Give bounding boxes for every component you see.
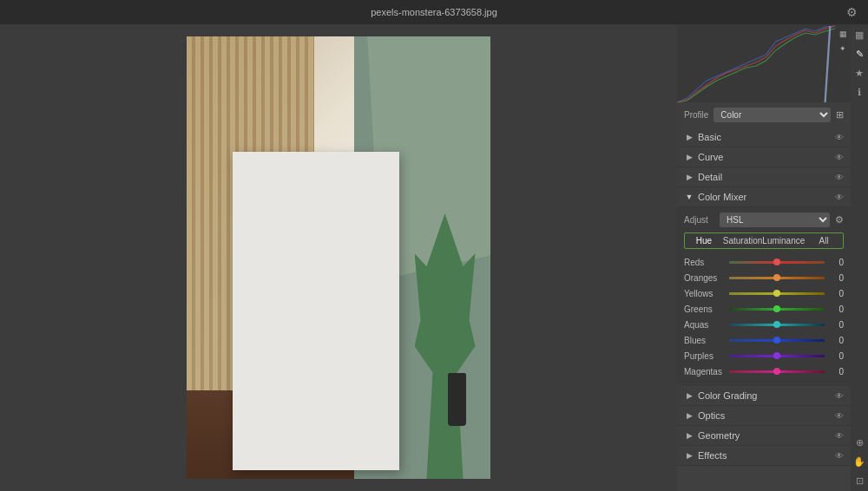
panel-color-grading[interactable]: ▶ Color Grading 👁 bbox=[677, 386, 851, 406]
slider-oranges-value: 0 bbox=[825, 273, 844, 283]
histogram-area: ▦ ✦ bbox=[677, 24, 851, 102]
slider-reds-track[interactable] bbox=[729, 256, 825, 268]
panel-effects[interactable]: ▶ Effects 👁 bbox=[677, 446, 851, 466]
slider-oranges-bg bbox=[729, 277, 825, 279]
slider-magentas-thumb[interactable] bbox=[773, 368, 780, 375]
panel-detail[interactable]: ▶ Detail 👁 bbox=[677, 167, 851, 187]
slider-magentas-track[interactable] bbox=[729, 365, 825, 377]
slider-greens-track[interactable] bbox=[729, 303, 825, 315]
panel-basic[interactable]: ▶ Basic 👁 bbox=[677, 128, 851, 147]
slider-purples: Purples 0 bbox=[684, 350, 844, 362]
far-right-icons: ▦ ✎ ★ ℹ ⊕ ✋ ⊡ bbox=[851, 24, 868, 491]
panel-geometry-arrow: ▶ bbox=[684, 430, 694, 441]
slider-oranges-track[interactable] bbox=[729, 272, 825, 284]
slider-aquas-label: Aquas bbox=[684, 320, 729, 330]
main-area: ▦ ✦ Profile Color Adobe Standard Landsca… bbox=[0, 24, 868, 491]
panel-detail-arrow: ▶ bbox=[684, 172, 694, 182]
histogram-svg bbox=[677, 24, 835, 102]
profile-row: Profile Color Adobe Standard Landscape ⊞ bbox=[677, 102, 851, 128]
slider-blues: Blues 0 bbox=[684, 334, 844, 346]
slider-purples-value: 0 bbox=[825, 351, 844, 361]
slider-blues-label: Blues bbox=[684, 336, 729, 345]
slider-yellows-value: 0 bbox=[825, 289, 844, 298]
slider-aquas-bg bbox=[729, 324, 825, 326]
slider-blues-track[interactable] bbox=[729, 334, 825, 346]
slider-aquas-value: 0 bbox=[825, 320, 844, 330]
slider-purples-track[interactable] bbox=[729, 350, 825, 362]
zoom-icon[interactable]: ⊕ bbox=[852, 435, 866, 449]
slider-yellows: Yellows 0 bbox=[684, 287, 844, 299]
slider-purples-thumb[interactable] bbox=[773, 352, 780, 359]
panel-color-mixer[interactable]: ▼ Color Mixer 👁 bbox=[677, 187, 851, 207]
panel-curve-title: Curve bbox=[698, 152, 835, 162]
adjust-row: Adjust HSL HSV ⚙ bbox=[684, 213, 844, 227]
panels-section: ▶ Basic 👁 ▶ Curve 👁 ▶ Detail 👁 ▼ Color M… bbox=[677, 128, 851, 491]
slider-oranges: Oranges 0 bbox=[684, 272, 844, 284]
panel-geometry-eye[interactable]: 👁 bbox=[835, 431, 844, 441]
slider-aquas-thumb[interactable] bbox=[773, 321, 780, 328]
adjust-settings-icon[interactable]: ⚙ bbox=[835, 214, 844, 226]
eyedropper-icon[interactable]: ✦ bbox=[837, 43, 849, 55]
tab-hue[interactable]: Hue bbox=[685, 233, 723, 248]
tab-all[interactable]: All bbox=[805, 233, 843, 248]
photo-container bbox=[187, 36, 490, 479]
panel-effects-eye[interactable]: 👁 bbox=[835, 451, 844, 461]
panel-color-grading-eye[interactable]: 👁 bbox=[835, 391, 844, 401]
panel-basic-arrow: ▶ bbox=[684, 132, 694, 142]
panel-basic-eye[interactable]: 👁 bbox=[835, 133, 844, 142]
slider-yellows-track[interactable] bbox=[729, 287, 825, 299]
panel-effects-arrow: ▶ bbox=[684, 450, 694, 461]
panel-color-mixer-eye[interactable]: 👁 bbox=[835, 193, 844, 202]
profile-select[interactable]: Color Adobe Standard Landscape bbox=[713, 108, 831, 122]
slider-reds-thumb[interactable] bbox=[773, 259, 780, 265]
profile-label: Profile bbox=[684, 110, 708, 120]
slider-reds-bg bbox=[729, 261, 825, 264]
slider-greens-bg bbox=[729, 308, 825, 311]
slider-oranges-thumb[interactable] bbox=[773, 274, 780, 281]
slider-magentas: Magentas 0 bbox=[684, 365, 844, 377]
photo-background bbox=[187, 36, 490, 479]
profile-grid-icon[interactable]: ⊞ bbox=[836, 109, 844, 121]
photo-white-canvas bbox=[233, 152, 400, 470]
slider-magentas-bg bbox=[729, 370, 825, 373]
slider-purples-label: Purples bbox=[684, 351, 729, 361]
panel-optics-arrow: ▶ bbox=[684, 410, 694, 421]
crop-icon[interactable]: ⊡ bbox=[852, 474, 866, 488]
right-panel: ▦ ✦ Profile Color Adobe Standard Landsca… bbox=[677, 24, 851, 491]
slider-greens-thumb[interactable] bbox=[773, 305, 780, 312]
slider-purples-bg bbox=[729, 355, 825, 357]
histogram-icon[interactable]: ▦ bbox=[837, 28, 849, 40]
panel-optics-eye[interactable]: 👁 bbox=[835, 411, 844, 421]
slider-blues-value: 0 bbox=[825, 336, 844, 345]
tab-luminance[interactable]: Luminance bbox=[762, 233, 805, 248]
color-mixer-tabs: Hue Saturation Luminance All bbox=[684, 232, 844, 249]
panel-color-mixer-arrow: ▼ bbox=[684, 192, 694, 202]
slider-blues-bg bbox=[729, 339, 825, 342]
histogram-toggle-icon[interactable]: ▦ bbox=[852, 28, 866, 42]
canvas-area bbox=[0, 24, 677, 491]
panel-geometry-title: Geometry bbox=[698, 430, 835, 441]
edit-icon[interactable]: ✎ bbox=[852, 47, 866, 61]
panel-optics-title: Optics bbox=[698, 410, 835, 421]
adjust-select[interactable]: HSL HSV bbox=[720, 213, 830, 227]
panel-curve-arrow: ▶ bbox=[684, 152, 694, 162]
slider-blues-thumb[interactable] bbox=[773, 337, 780, 344]
info-icon[interactable]: ℹ bbox=[852, 85, 866, 99]
panel-geometry[interactable]: ▶ Geometry 👁 bbox=[677, 426, 851, 446]
slider-reds-value: 0 bbox=[825, 258, 844, 267]
hand-icon[interactable]: ✋ bbox=[852, 455, 866, 468]
presets-icon[interactable]: ★ bbox=[852, 66, 866, 80]
slider-yellows-thumb[interactable] bbox=[773, 290, 780, 297]
panel-detail-eye[interactable]: 👁 bbox=[835, 173, 844, 182]
panel-curve-eye[interactable]: 👁 bbox=[835, 153, 844, 162]
slider-magentas-value: 0 bbox=[825, 367, 844, 376]
slider-aquas-track[interactable] bbox=[729, 318, 825, 331]
slider-oranges-label: Oranges bbox=[684, 273, 729, 283]
panel-optics[interactable]: ▶ Optics 👁 bbox=[677, 406, 851, 426]
gear-icon[interactable]: ⚙ bbox=[846, 5, 858, 19]
slider-yellows-bg bbox=[729, 292, 825, 295]
panel-color-grading-title: Color Grading bbox=[698, 390, 835, 401]
panel-curve[interactable]: ▶ Curve 👁 bbox=[677, 147, 851, 167]
slider-greens-value: 0 bbox=[825, 304, 844, 314]
tab-saturation[interactable]: Saturation bbox=[723, 233, 763, 248]
